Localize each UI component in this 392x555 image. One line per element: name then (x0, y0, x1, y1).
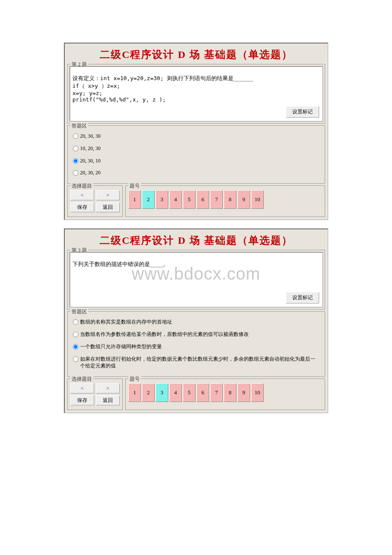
exam-panel-1: 二级C程序设计 D 场 基础题（单选题） 第 2 题 设有定义：int x=10… (64, 43, 328, 220)
answer-label: 20, 30, 20 (80, 169, 320, 176)
answer-option[interactable]: 20, 30, 20 (71, 167, 321, 179)
question-number-cell[interactable]: 3 (156, 383, 168, 402)
question-text-box: 设有定义：int x=10,y=20,z=30; 则执行下列语句后的结果是___… (69, 66, 323, 121)
question-number-cell[interactable]: 7 (210, 190, 223, 209)
question-number-cell[interactable]: 10 (251, 383, 264, 402)
answer-label: 20, 30, 30 (80, 133, 320, 140)
save-button[interactable]: 保存 (70, 202, 94, 212)
question-number-cell[interactable]: 2 (142, 190, 155, 209)
answer-label: 数组的名称其实是数组在内存中的首地址 (80, 318, 320, 326)
prev-button[interactable]: < (70, 383, 94, 393)
answer-label: 当数组名作为参数传递给某个函数时，原数组中的元素的值可以被函数修改 (80, 331, 320, 338)
select-question-group: 选择题目 < > 保存 返回 (67, 379, 123, 410)
question-number-cell[interactable]: 1 (128, 383, 141, 402)
question-group: 第 3 题 下列关于数组的描述中错误的是____。 设置标记 (67, 250, 325, 309)
question-number-cell[interactable]: 5 (183, 383, 196, 402)
exam-panel-2: 二级C程序设计 D 场 基础题（单选题） 第 3 题 下列关于数组的描述中错误的… (64, 228, 328, 413)
back-button[interactable]: 返回 (96, 395, 120, 405)
question-number-cell[interactable]: 10 (251, 190, 264, 209)
select-legend: 选择题目 (70, 376, 93, 383)
next-button[interactable]: > (96, 383, 120, 393)
answer-option[interactable]: 20, 30, 30 (71, 130, 321, 142)
exam-title: 二级C程序设计 D 场 基础题（单选题） (67, 231, 325, 249)
question-numbers-group: 题号 12345678910 (125, 185, 325, 217)
question-text-box: 下列关于数组的描述中错误的是____。 设置标记 (69, 252, 323, 307)
question-group: 第 2 题 设有定义：int x=10,y=20,z=30; 则执行下列语句后的… (67, 64, 325, 124)
answer-label: 如果在对数组进行初始化时，给定的数据元素个数比数组元素少时，多余的数组元素自动初… (80, 356, 320, 370)
answer-radio[interactable] (73, 319, 78, 325)
question-number-cell[interactable]: 8 (224, 383, 236, 402)
select-question-group: 选择题目 < > 保存 返回 (67, 185, 123, 217)
answer-option[interactable]: 数组的名称其实是数组在内存中的首地址 (71, 316, 321, 328)
answer-group: 答题区 数组的名称其实是数组在内存中的首地址当数组名作为参数传递给某个函数时，原… (67, 311, 325, 377)
back-button[interactable]: 返回 (96, 202, 120, 212)
question-number-cell[interactable]: 4 (169, 190, 182, 209)
question-number-cell[interactable]: 4 (169, 383, 182, 402)
answer-radio[interactable] (73, 133, 78, 139)
answer-label: 一个数组只允许存储同种类型的变量 (80, 343, 320, 350)
question-number-cell[interactable]: 8 (224, 190, 236, 209)
question-number-cell[interactable]: 5 (183, 190, 196, 209)
answer-legend: 答题区 (70, 122, 88, 130)
answer-label: 10, 20, 30 (80, 145, 320, 152)
answer-option[interactable]: 20, 30, 10 (71, 155, 321, 167)
answer-radio[interactable] (73, 356, 78, 362)
answer-option[interactable]: 一个数组只允许存储同种类型的变量 (71, 341, 321, 353)
answer-group: 答题区 20, 30, 3010, 20, 3020, 30, 1020, 30… (67, 125, 325, 184)
question-number-cell[interactable]: 2 (142, 383, 155, 402)
answer-option[interactable]: 10, 20, 30 (71, 142, 321, 155)
answer-radio[interactable] (73, 344, 78, 350)
question-number-cell[interactable]: 6 (196, 383, 209, 402)
question-number-cell[interactable]: 1 (128, 190, 141, 209)
answer-label: 20, 30, 10 (80, 157, 320, 165)
question-numbers-group: 题号 12345678910 (125, 379, 325, 410)
question-number-cell[interactable]: 3 (156, 190, 168, 209)
answer-option[interactable]: 当数组名作为参数传递给某个函数时，原数组中的元素的值可以被函数修改 (71, 328, 321, 341)
question-number-cell[interactable]: 7 (210, 383, 223, 402)
set-mark-button[interactable]: 设置标记 (286, 106, 319, 118)
answer-radio[interactable] (73, 170, 78, 176)
next-button[interactable]: > (96, 190, 120, 200)
set-mark-button[interactable]: 设置标记 (286, 292, 319, 304)
exam-title: 二级C程序设计 D 场 基础题（单选题） (67, 45, 325, 63)
question-text: 下列关于数组的描述中错误的是____。 (72, 261, 169, 267)
answer-legend: 答题区 (70, 308, 88, 315)
answer-radio[interactable] (73, 158, 78, 164)
answer-radio[interactable] (73, 332, 78, 337)
answer-option[interactable]: 如果在对数组进行初始化时，给定的数据元素个数比数组元素少时，多余的数组元素自动初… (71, 353, 321, 373)
numbers-legend: 题号 (128, 376, 141, 383)
question-number-cell[interactable]: 6 (196, 190, 209, 209)
question-number-cell[interactable]: 9 (237, 190, 250, 209)
save-button[interactable]: 保存 (70, 395, 94, 405)
select-legend: 选择题目 (70, 182, 93, 190)
answer-radio[interactable] (73, 146, 78, 151)
prev-button[interactable]: < (70, 190, 94, 200)
question-text: 设有定义：int x=10,y=20,z=30; 则执行下列语句后的结果是___… (72, 75, 254, 103)
question-number-cell[interactable]: 9 (237, 383, 250, 402)
numbers-legend: 题号 (128, 182, 141, 190)
